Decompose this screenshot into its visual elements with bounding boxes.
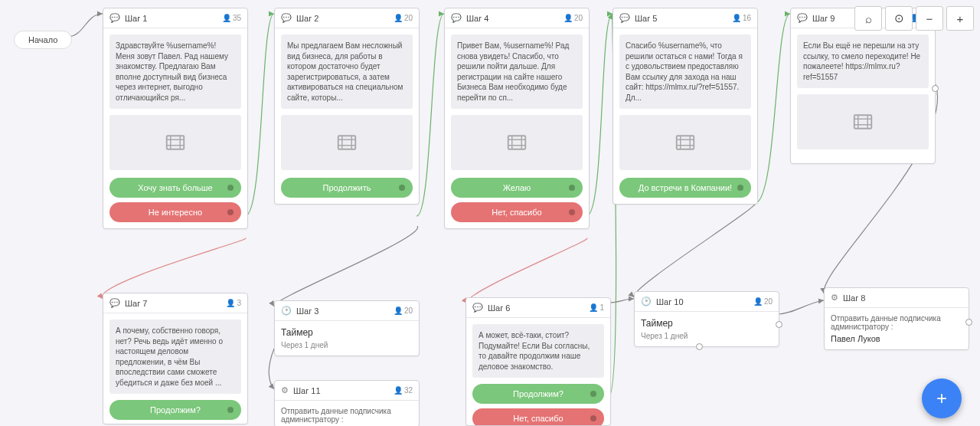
add-step-fab[interactable]: + (922, 378, 962, 418)
button-no-thanks[interactable]: Нет, спасибо (472, 408, 604, 426)
media-placeholder (619, 115, 751, 170)
subscriber-count: 👤20 (564, 14, 583, 22)
media-placeholder (451, 115, 583, 170)
step-card-10[interactable]: 🕑 Шаг 10 👤20 Таймер Через 1 дней (634, 291, 779, 347)
step-card-11[interactable]: ⚙ Шаг 11 👤32 Отправить данные подписчика… (274, 380, 420, 426)
chat-icon: 💬 (281, 13, 292, 23)
search-icon: ⌕ (865, 12, 872, 25)
film-icon (333, 131, 361, 154)
card-title: Шаг 3 (296, 306, 394, 316)
step-card-5[interactable]: 💬 Шаг 5 👤16 Спасибо %username%, что реши… (612, 8, 758, 205)
target-icon: ⊙ (894, 11, 904, 25)
button-see-you[interactable]: До встречи в Компании! (619, 178, 751, 198)
subscriber-count: 👤32 (394, 386, 413, 395)
card-title: Шаг 1 (125, 14, 222, 23)
step-card-3[interactable]: 🕑 Шаг 3 👤20 Таймер Через 1 дней (274, 300, 420, 356)
subscriber-count: 👤20 (394, 14, 413, 22)
message-text: А почему, собственно говоря, нет? Речь в… (109, 320, 241, 394)
message-text: Спасибо %username%, что решили остаться … (619, 34, 751, 109)
plus-icon: + (957, 12, 964, 25)
subscriber-count: 👤3 (226, 299, 241, 307)
card-title: Шаг 6 (488, 303, 589, 313)
card-header: 🕑 Шаг 3 👤20 (275, 301, 419, 321)
chat-icon: 💬 (472, 303, 483, 313)
toolbar: ⌕ ⊙ − + (854, 6, 974, 31)
card-header: 💬 Шаг 2 👤20 (275, 8, 419, 28)
card-header: 💬 Шаг 5 👤16 (613, 8, 757, 28)
output-port[interactable] (965, 319, 972, 326)
minus-icon: − (926, 12, 933, 25)
card-title: Шаг 11 (293, 386, 394, 395)
zoom-in-button[interactable]: + (946, 6, 974, 31)
message-text: Мы предлагаем Вам несложный вид бизнеса,… (281, 34, 413, 109)
timer-title: Таймер (641, 318, 773, 329)
output-port[interactable] (696, 343, 703, 350)
card-header: ⚙ Шаг 11 👤32 (275, 381, 419, 401)
chat-icon: 💬 (109, 13, 120, 23)
button-continue[interactable]: Продолжим? (109, 400, 241, 420)
card-header: 💬 Шаг 1 👤35 (103, 8, 247, 28)
output-port[interactable] (932, 85, 939, 92)
chat-icon: 💬 (451, 13, 462, 23)
admin-label: Отправить данные подписчика администрато… (831, 314, 962, 331)
subscriber-count: 👤1 (589, 303, 604, 312)
card-header: 💬 Шаг 4 👤20 (445, 8, 589, 28)
button-not-interested[interactable]: Не интересно (109, 202, 241, 222)
step-card-7[interactable]: 💬 Шаг 7 👤3 А почему, собственно говоря, … (103, 293, 248, 424)
step-card-1[interactable]: 💬 Шаг 1 👤35 Здравствуйте %username%! Мен… (103, 8, 248, 229)
button-no-thanks[interactable]: Нет, спасибо (451, 202, 583, 222)
card-title: Шаг 8 (843, 293, 962, 303)
timer-text: Через 1 дней (281, 341, 413, 349)
message-text: Если Вы ещё не перешли на эту ссылку, то… (797, 34, 929, 88)
button-want-more[interactable]: Хочу знать больше (109, 178, 241, 198)
card-title: Шаг 10 (656, 297, 753, 306)
film-icon (849, 110, 877, 133)
media-placeholder (281, 115, 413, 170)
share-icon: ⚙ (831, 293, 838, 303)
message-text: Привет Вам, %username%! Рад снова увидет… (451, 34, 583, 109)
card-title: Шаг 7 (125, 299, 226, 308)
media-placeholder (109, 115, 241, 170)
start-node[interactable]: Начало (14, 31, 72, 49)
film-icon (162, 131, 189, 154)
step-card-9[interactable]: 💬 Шаг 9 👤20 Если Вы ещё не перешли на эт… (790, 8, 936, 164)
start-label: Начало (28, 35, 57, 44)
step-card-4[interactable]: 💬 Шаг 4 👤20 Привет Вам, %username%! Рад … (444, 8, 590, 229)
timer-title: Таймер (281, 327, 413, 338)
center-button[interactable]: ⊙ (885, 6, 913, 31)
subscriber-count: 👤20 (753, 297, 773, 306)
subscriber-count: 👤16 (732, 14, 751, 22)
film-icon (503, 131, 531, 154)
subscriber-count: 👤35 (222, 14, 241, 22)
clock-icon: 🕑 (281, 306, 292, 316)
button-want[interactable]: Желаю (451, 178, 583, 198)
card-header: ⚙ Шаг 8 (825, 288, 969, 308)
card-title: Шаг 2 (296, 14, 394, 23)
card-title: Шаг 5 (635, 14, 732, 23)
media-placeholder (797, 94, 929, 149)
subscriber-count: 👤20 (394, 306, 413, 315)
card-header: 💬 Шаг 7 👤3 (103, 293, 247, 313)
step-card-6[interactable]: 💬 Шаг 6 👤1 А может, всё-таки, стоит? Под… (466, 297, 611, 426)
plus-icon: + (936, 388, 947, 409)
share-icon: ⚙ (281, 385, 289, 395)
search-button[interactable]: ⌕ (854, 6, 882, 31)
chat-icon: 💬 (109, 298, 120, 308)
button-continue[interactable]: Продолжить (281, 178, 413, 198)
film-icon (671, 131, 699, 154)
card-header: 🕑 Шаг 10 👤20 (635, 292, 779, 312)
message-text: А может, всё-таки, стоит? Подумайте! Есл… (472, 324, 604, 378)
clock-icon: 🕑 (641, 297, 652, 306)
message-text: Здравствуйте %username%! Меня зовут Паве… (109, 34, 241, 109)
zoom-out-button[interactable]: − (916, 6, 943, 31)
button-continue[interactable]: Продолжим? (472, 384, 604, 404)
step-card-8[interactable]: ⚙ Шаг 8 Отправить данные подписчика адми… (824, 287, 969, 350)
timer-text: Через 1 дней (641, 332, 773, 340)
chat-icon: 💬 (619, 13, 630, 23)
step-card-2[interactable]: 💬 Шаг 2 👤20 Мы предлагаем Вам несложный … (274, 8, 420, 205)
admin-label: Отправить данные подписчика администрато… (281, 407, 413, 424)
card-header: 💬 Шаг 6 👤1 (466, 298, 610, 318)
card-title: Шаг 4 (466, 14, 564, 23)
admin-name: Павел Луков (831, 334, 962, 343)
output-port[interactable] (776, 321, 782, 328)
